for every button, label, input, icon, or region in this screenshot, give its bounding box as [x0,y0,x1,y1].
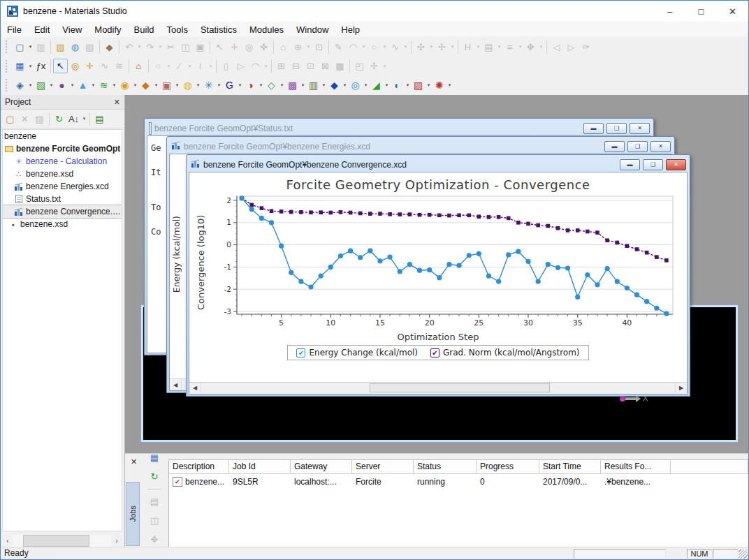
new-document-button[interactable]: ▢ [13,40,27,54]
module-9-button[interactable]: ◍ [180,78,195,93]
module-19-dropdown[interactable]: ▾ [405,82,411,88]
status-restore-button[interactable]: ❑ [606,123,627,134]
open-button[interactable]: ▨ [53,40,68,54]
waves-tool-button[interactable]: ≋ [112,59,126,73]
export-button[interactable]: ▧ [82,40,97,54]
module-17-button[interactable]: ◎ [348,78,363,93]
module-5-button[interactable]: ≋ [96,78,111,93]
tree-item-geomopt-folder[interactable]: benzene Forcite GeomOpt [3,142,122,155]
step-back-button[interactable]: ◁ [549,40,564,54]
zoom-tool-button[interactable]: ◎ [68,59,82,73]
grid-d-button[interactable]: ⊠ [318,59,333,73]
zoom-button[interactable]: ◎ [242,40,256,54]
module-21-dropdown[interactable]: ▾ [446,82,453,88]
annotate-button[interactable]: ✑ [579,40,593,54]
step-forward-button[interactable]: ▷ [564,40,579,54]
module-21-button[interactable]: ✺ [432,78,446,93]
new-document-dropdown[interactable]: ▾ [27,44,34,50]
arrange-b-dropdown[interactable]: ▾ [381,64,388,69]
scroll-left-button[interactable]: ◀ [189,383,201,393]
grid-b-button[interactable]: ⊟ [289,59,303,73]
translate-tool-button[interactable]: ✛ [82,59,97,73]
add-hbond-button[interactable]: ≀ [193,59,208,73]
module-16-button[interactable]: ◆ [327,78,342,93]
convergence-close-button[interactable]: ✕ [666,159,686,170]
tree-item-benzene-root[interactable]: benzene [3,130,122,142]
sketch-pencil-button[interactable]: ✎ [331,40,346,54]
menu-file[interactable]: File [1,24,28,35]
sketch-arc-button[interactable]: ◠ [346,40,361,54]
sketch-line-button[interactable]: ∿ [388,40,402,54]
convergence-window[interactable]: benzene Forcite GeomOpt¥benzene Converge… [186,154,690,397]
close-button[interactable]: ✕ [717,1,748,22]
fit-view-button[interactable]: ⊡ [312,40,326,54]
script-doc-button[interactable]: ▯ [219,59,233,73]
scrollbar-thumb[interactable] [23,535,89,547]
menu-view[interactable]: View [56,24,88,35]
project-panel-close-icon[interactable]: ✕ [114,98,120,107]
sort-az-button[interactable]: A↓ [66,112,81,126]
line-style-dropdown[interactable]: ▾ [517,44,523,50]
convergence-minimize-button[interactable]: ▬ [620,159,640,170]
module-14-dropdown[interactable]: ▾ [300,82,306,88]
display-style-dropdown[interactable]: ▾ [496,44,502,50]
adjust-hydrogen-dropdown[interactable]: ▾ [449,44,456,50]
module-12-dropdown[interactable]: ▾ [258,82,264,88]
add-ring-button[interactable]: ○ [151,59,166,73]
module-11-dropdown[interactable]: ▾ [237,82,243,88]
label-h-button[interactable]: H [460,40,475,54]
column-header-gateway[interactable]: Gateway [291,460,352,473]
scroll-left-button[interactable]: ‹ [2,535,13,547]
minimize-button[interactable]: – [654,1,685,22]
job-properties-button[interactable]: ▤ [147,494,162,509]
toolbar-grip[interactable] [6,60,10,73]
save-button[interactable]: ▥ [34,40,48,54]
module-9-dropdown[interactable]: ▾ [195,82,201,88]
module-18-button[interactable]: ◢ [369,78,384,93]
module-6-button[interactable]: ◉ [117,78,132,93]
title-bar[interactable]: benzene - Materials Studio – □ ✕ [1,1,748,22]
module-6-dropdown[interactable]: ▾ [132,82,138,88]
sketch-ring-button[interactable]: ○ [367,40,381,54]
column-header-status[interactable]: Status [414,460,477,473]
home-view-button[interactable]: ⌂ [276,40,291,54]
undo-button[interactable]: ↶ [122,40,136,54]
convergence-window-titlebar[interactable]: benzene Forcite GeomOpt¥benzene Converge… [189,157,688,172]
module-17-dropdown[interactable]: ▾ [363,82,369,88]
module-7-button[interactable]: ◆ [138,78,153,93]
properties-grid-button[interactable]: ▩ [333,59,347,73]
scrollbar-thumb[interactable] [370,383,550,392]
menu-modify[interactable]: Modify [88,24,127,35]
refresh-button[interactable]: ↻ [52,112,66,126]
add-bond-button[interactable]: ∕ [172,59,187,73]
help-book-button[interactable]: ▤ [92,112,107,126]
job-console-button[interactable]: ◫ [147,513,162,528]
module-14-button[interactable]: ▩ [285,78,300,93]
module-13-dropdown[interactable]: ▾ [279,82,285,88]
break-bond-dropdown[interactable]: ▾ [428,44,435,50]
function-fx-button[interactable]: ƒx [34,59,48,73]
tree-item-benzene-xsd[interactable]: ∴ benzene.xsd [3,168,122,180]
status-close-button[interactable]: ✕ [630,123,650,134]
center-view-dropdown[interactable]: ▾ [305,44,312,50]
status-minimize-button[interactable]: ▬ [583,123,604,134]
column-header-start-time[interactable]: Start Time [539,460,601,473]
add-hbond-dropdown[interactable]: ▾ [208,64,214,69]
adjust-hydrogen-button[interactable]: ✢ [435,40,449,54]
grid-c-button[interactable]: ⊡ [303,59,318,73]
sort-az-dropdown[interactable]: ▾ [81,116,87,121]
grid-a-button[interactable]: ⊞ [274,59,289,73]
module-2-button[interactable]: ▧ [34,78,48,93]
chart-viewer-dropdown[interactable]: ▾ [27,64,34,69]
column-header-job-id[interactable]: Job Id [229,460,291,473]
chart-viewer-button[interactable]: ▦ [13,59,27,73]
column-header-server[interactable]: Server [352,460,414,473]
job-checkbox[interactable]: ✔ [173,477,182,487]
job-pause-button[interactable]: ✥ [147,532,162,547]
column-header-results-fo-[interactable]: Results Fo... [601,460,671,473]
module-8-dropdown[interactable]: ▾ [174,82,180,88]
module-3-dropdown[interactable]: ▾ [69,82,75,88]
energies-window-titlebar[interactable]: benzene Forcite GeomOpt¥benzene Energies… [169,139,672,154]
sketch-arc-dropdown[interactable]: ▾ [361,44,367,50]
column-header-description[interactable]: Description [169,460,229,473]
